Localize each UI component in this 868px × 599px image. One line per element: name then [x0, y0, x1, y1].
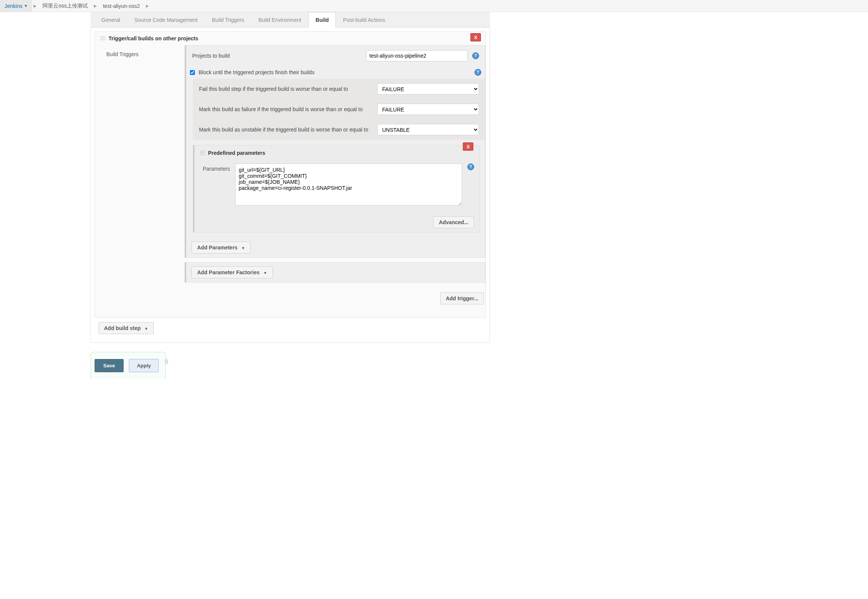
factories-panel: Add Parameter Factories ▼	[185, 262, 485, 283]
delete-parameters-button[interactable]: X	[463, 142, 473, 151]
projects-to-build-row: Projects to build ?	[186, 46, 485, 66]
tab-build-environment[interactable]: Build Environment	[251, 12, 309, 28]
block-until-checkbox[interactable]	[190, 70, 195, 75]
fail-threshold-label: Fail this build step if the triggered bu…	[199, 86, 373, 92]
add-build-step-label: Add build step	[104, 325, 141, 331]
footer-ghost-text: s	[164, 357, 168, 365]
parameters-label: Parameters	[203, 164, 230, 172]
build-step-trigger-call: X Trigger/call builds on other projects …	[95, 31, 486, 318]
caret-down-icon: ▼	[263, 271, 267, 275]
projects-to-build-label: Projects to build	[192, 53, 361, 59]
build-step-title: Trigger/call builds on other projects	[109, 35, 198, 41]
breadcrumb-project[interactable]: 阿里云oss上传测试	[38, 0, 92, 12]
config-body: X Trigger/call builds on other projects …	[90, 28, 490, 343]
chevron-right-icon: ▶	[144, 4, 150, 8]
tab-build-triggers[interactable]: Build Triggers	[205, 12, 251, 28]
chevron-right-icon: ▶	[32, 4, 38, 8]
parameters-header: Predefined parameters	[194, 145, 479, 160]
apply-button[interactable]: Apply	[129, 359, 159, 372]
block-until-label: Block until the triggered projects finis…	[199, 69, 471, 75]
chevron-right-icon: ▶	[92, 4, 98, 8]
mark-unstable-label: Mark this build as unstable if the trigg…	[199, 127, 373, 133]
mark-unstable-select[interactable]: UNSTABLE	[377, 124, 479, 135]
breadcrumb: Jenkins ▼ ▶ 阿里云oss上传测试 ▶ test-aliyun-oss…	[0, 0, 868, 12]
predefined-parameters-panel: X Predefined parameters Parameters git_u…	[193, 145, 480, 232]
drag-handle-icon[interactable]	[200, 150, 205, 156]
add-parameter-factories-button[interactable]: Add Parameter Factories ▼	[191, 266, 273, 278]
trigger-config-panel: Projects to build ? Block until the trig…	[185, 45, 485, 258]
add-parameters-button[interactable]: Add Parameters ▼	[191, 241, 251, 254]
breadcrumb-job-label: test-aliyun-oss2	[103, 3, 140, 9]
tab-post-build[interactable]: Post-build Actions	[336, 12, 392, 28]
footer-actions: Save Apply	[90, 352, 166, 379]
block-sub-options: Fail this build step if the triggered bu…	[193, 79, 485, 140]
mark-failure-label: Mark this build as failure if the trigge…	[199, 106, 373, 112]
breadcrumb-jenkins[interactable]: Jenkins ▼	[0, 0, 32, 12]
dropdown-arrow-icon: ▼	[24, 4, 28, 8]
help-icon[interactable]: ?	[472, 52, 479, 59]
breadcrumb-job[interactable]: test-aliyun-oss2	[98, 0, 144, 12]
build-triggers-label: Build Triggers	[95, 45, 139, 317]
sidebar-spacer	[0, 12, 90, 379]
parameters-title: Predefined parameters	[208, 150, 265, 156]
delete-build-step-button[interactable]: X	[470, 33, 481, 41]
tab-build[interactable]: Build	[308, 12, 336, 28]
config-tabs: General Source Code Management Build Tri…	[90, 12, 490, 28]
breadcrumb-jenkins-label: Jenkins	[5, 3, 22, 9]
add-trigger-button[interactable]: Add trigger...	[440, 292, 484, 304]
add-build-step-button[interactable]: Add build step ▼	[98, 322, 154, 334]
mark-failure-select[interactable]: FAILURE	[377, 104, 479, 115]
tab-scm[interactable]: Source Code Management	[127, 12, 205, 28]
advanced-button[interactable]: Advanced...	[433, 216, 474, 228]
caret-down-icon: ▼	[144, 327, 148, 331]
projects-to-build-input[interactable]	[366, 50, 468, 61]
drag-handle-icon[interactable]	[100, 36, 106, 41]
parameters-textarea[interactable]: git_url=${GIT_URL} git_commit=${GIT_COMM…	[235, 164, 462, 206]
tab-general[interactable]: General	[94, 12, 127, 28]
block-until-row: Block until the triggered projects finis…	[186, 66, 485, 79]
breadcrumb-project-label: 阿里云oss上传测试	[43, 3, 88, 9]
help-icon[interactable]: ?	[475, 69, 481, 76]
caret-down-icon: ▼	[241, 246, 245, 250]
save-button[interactable]: Save	[95, 359, 124, 372]
help-icon[interactable]: ?	[467, 164, 474, 170]
add-factories-label: Add Parameter Factories	[197, 269, 260, 275]
add-parameters-label: Add Parameters	[197, 244, 237, 251]
fail-threshold-select[interactable]: FAILURE	[377, 83, 479, 95]
build-step-header: Trigger/call builds on other projects	[95, 32, 485, 45]
